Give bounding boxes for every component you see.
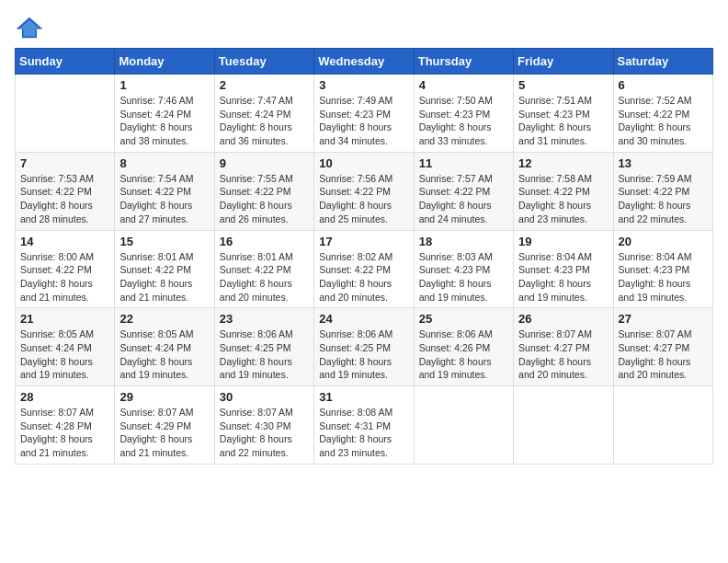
day-info: Sunrise: 7:47 AM Sunset: 4:24 PM Dayligh… [220, 94, 309, 148]
day-info: Sunrise: 7:46 AM Sunset: 4:24 PM Dayligh… [119, 94, 209, 148]
week-row-1: 1Sunrise: 7:46 AM Sunset: 4:24 PM Daylig… [16, 75, 713, 153]
weekday-header-thursday: Thursday [414, 49, 513, 75]
day-number: 8 [119, 156, 209, 170]
day-info: Sunrise: 7:52 AM Sunset: 4:22 PM Dayligh… [619, 94, 708, 148]
calendar-cell: 20Sunrise: 8:04 AM Sunset: 4:23 PM Dayli… [613, 230, 712, 308]
day-number: 4 [419, 78, 508, 92]
calendar-cell: 13Sunrise: 7:59 AM Sunset: 4:22 PM Dayli… [613, 152, 712, 230]
calendar-cell: 12Sunrise: 7:58 AM Sunset: 4:22 PM Dayli… [514, 152, 613, 230]
day-info: Sunrise: 8:08 AM Sunset: 4:31 PM Dayligh… [319, 406, 408, 460]
calendar-cell: 15Sunrise: 8:01 AM Sunset: 4:22 PM Dayli… [115, 230, 214, 308]
logo-icon [15, 15, 44, 40]
logo [15, 15, 46, 40]
calendar-cell: 10Sunrise: 7:56 AM Sunset: 4:22 PM Dayli… [314, 152, 414, 230]
day-number: 14 [20, 235, 109, 248]
day-number: 31 [319, 390, 408, 404]
day-info: Sunrise: 7:49 AM Sunset: 4:23 PM Dayligh… [319, 94, 408, 148]
day-number: 27 [619, 312, 708, 326]
day-info: Sunrise: 8:03 AM Sunset: 4:23 PM Dayligh… [419, 250, 508, 304]
calendar-cell [16, 75, 115, 153]
day-number: 6 [619, 78, 708, 92]
calendar-cell: 19Sunrise: 8:04 AM Sunset: 4:23 PM Dayli… [514, 230, 613, 308]
day-info: Sunrise: 8:07 AM Sunset: 4:28 PM Dayligh… [20, 406, 109, 460]
calendar-cell: 1Sunrise: 7:46 AM Sunset: 4:24 PM Daylig… [115, 75, 214, 153]
weekday-header-monday: Monday [115, 49, 214, 75]
day-number: 17 [319, 235, 408, 248]
day-number: 19 [518, 235, 608, 248]
calendar-cell: 3Sunrise: 7:49 AM Sunset: 4:23 PM Daylig… [314, 75, 414, 153]
calendar-cell: 25Sunrise: 8:06 AM Sunset: 4:26 PM Dayli… [414, 308, 513, 386]
day-info: Sunrise: 7:59 AM Sunset: 4:22 PM Dayligh… [619, 172, 708, 226]
calendar-cell [613, 386, 712, 465]
day-info: Sunrise: 8:01 AM Sunset: 4:22 PM Dayligh… [119, 250, 209, 304]
day-info: Sunrise: 8:04 AM Sunset: 4:23 PM Dayligh… [518, 250, 608, 304]
day-info: Sunrise: 8:06 AM Sunset: 4:26 PM Dayligh… [419, 327, 508, 382]
day-number: 24 [319, 312, 408, 326]
day-info: Sunrise: 8:02 AM Sunset: 4:22 PM Dayligh… [319, 250, 408, 304]
calendar-cell: 14Sunrise: 8:00 AM Sunset: 4:22 PM Dayli… [16, 230, 115, 308]
day-info: Sunrise: 7:58 AM Sunset: 4:22 PM Dayligh… [518, 172, 608, 226]
calendar-cell: 27Sunrise: 8:07 AM Sunset: 4:27 PM Dayli… [613, 308, 712, 386]
day-info: Sunrise: 7:50 AM Sunset: 4:23 PM Dayligh… [419, 94, 508, 148]
day-number: 26 [518, 312, 608, 326]
calendar-cell: 23Sunrise: 8:06 AM Sunset: 4:25 PM Dayli… [214, 308, 313, 386]
weekday-header-sunday: Sunday [16, 49, 115, 75]
day-info: Sunrise: 8:04 AM Sunset: 4:23 PM Dayligh… [619, 250, 708, 304]
week-row-3: 14Sunrise: 8:00 AM Sunset: 4:22 PM Dayli… [16, 230, 713, 308]
calendar-cell: 24Sunrise: 8:06 AM Sunset: 4:25 PM Dayli… [314, 308, 414, 386]
calendar-cell: 28Sunrise: 8:07 AM Sunset: 4:28 PM Dayli… [16, 386, 115, 465]
calendar-cell [414, 386, 513, 465]
day-number: 23 [220, 312, 309, 326]
calendar-cell: 26Sunrise: 8:07 AM Sunset: 4:27 PM Dayli… [514, 308, 613, 386]
day-number: 29 [119, 390, 209, 404]
day-number: 22 [119, 312, 209, 326]
day-info: Sunrise: 8:07 AM Sunset: 4:27 PM Dayligh… [518, 327, 608, 382]
day-info: Sunrise: 8:05 AM Sunset: 4:24 PM Dayligh… [20, 327, 109, 382]
calendar-cell: 7Sunrise: 7:53 AM Sunset: 4:22 PM Daylig… [16, 152, 115, 230]
week-row-4: 21Sunrise: 8:05 AM Sunset: 4:24 PM Dayli… [16, 308, 713, 386]
day-info: Sunrise: 7:51 AM Sunset: 4:23 PM Dayligh… [518, 94, 608, 148]
day-number: 7 [20, 156, 109, 170]
calendar-table: SundayMondayTuesdayWednesdayThursdayFrid… [15, 48, 713, 465]
calendar-cell: 8Sunrise: 7:54 AM Sunset: 4:22 PM Daylig… [115, 152, 214, 230]
day-number: 3 [319, 78, 408, 92]
day-number: 16 [220, 235, 309, 248]
day-number: 28 [20, 390, 109, 404]
day-info: Sunrise: 8:06 AM Sunset: 4:25 PM Dayligh… [319, 327, 408, 382]
day-number: 15 [119, 235, 209, 248]
day-number: 13 [619, 156, 708, 170]
week-row-5: 28Sunrise: 8:07 AM Sunset: 4:28 PM Dayli… [16, 386, 713, 465]
day-number: 1 [119, 78, 209, 92]
calendar-cell: 21Sunrise: 8:05 AM Sunset: 4:24 PM Dayli… [16, 308, 115, 386]
day-info: Sunrise: 7:55 AM Sunset: 4:22 PM Dayligh… [220, 172, 309, 226]
day-number: 12 [518, 156, 608, 170]
day-info: Sunrise: 8:07 AM Sunset: 4:27 PM Dayligh… [619, 327, 708, 382]
day-number: 30 [220, 390, 309, 404]
calendar-cell: 17Sunrise: 8:02 AM Sunset: 4:22 PM Dayli… [314, 230, 414, 308]
weekday-header-saturday: Saturday [613, 49, 712, 75]
day-info: Sunrise: 7:53 AM Sunset: 4:22 PM Dayligh… [20, 172, 109, 226]
week-row-2: 7Sunrise: 7:53 AM Sunset: 4:22 PM Daylig… [16, 152, 713, 230]
weekday-header-row: SundayMondayTuesdayWednesdayThursdayFrid… [16, 49, 713, 75]
day-number: 18 [419, 235, 508, 248]
calendar-cell: 30Sunrise: 8:07 AM Sunset: 4:30 PM Dayli… [214, 386, 313, 465]
day-info: Sunrise: 7:56 AM Sunset: 4:22 PM Dayligh… [319, 172, 408, 226]
day-number: 2 [220, 78, 309, 92]
day-info: Sunrise: 8:06 AM Sunset: 4:25 PM Dayligh… [220, 327, 309, 382]
calendar-cell: 4Sunrise: 7:50 AM Sunset: 4:23 PM Daylig… [414, 75, 513, 153]
calendar-cell: 18Sunrise: 8:03 AM Sunset: 4:23 PM Dayli… [414, 230, 513, 308]
day-info: Sunrise: 8:01 AM Sunset: 4:22 PM Dayligh… [220, 250, 309, 304]
day-info: Sunrise: 7:54 AM Sunset: 4:22 PM Dayligh… [119, 172, 209, 226]
day-number: 9 [220, 156, 309, 170]
day-info: Sunrise: 8:07 AM Sunset: 4:29 PM Dayligh… [119, 406, 209, 460]
day-info: Sunrise: 8:05 AM Sunset: 4:24 PM Dayligh… [119, 327, 209, 382]
calendar-cell: 29Sunrise: 8:07 AM Sunset: 4:29 PM Dayli… [115, 386, 214, 465]
calendar-cell: 22Sunrise: 8:05 AM Sunset: 4:24 PM Dayli… [115, 308, 214, 386]
calendar-cell [514, 386, 613, 465]
calendar-cell: 5Sunrise: 7:51 AM Sunset: 4:23 PM Daylig… [514, 75, 613, 153]
day-number: 5 [518, 78, 608, 92]
day-info: Sunrise: 8:07 AM Sunset: 4:30 PM Dayligh… [220, 406, 309, 460]
weekday-header-tuesday: Tuesday [214, 49, 313, 75]
page-header [15, 15, 713, 40]
calendar-cell: 2Sunrise: 7:47 AM Sunset: 4:24 PM Daylig… [214, 75, 313, 153]
